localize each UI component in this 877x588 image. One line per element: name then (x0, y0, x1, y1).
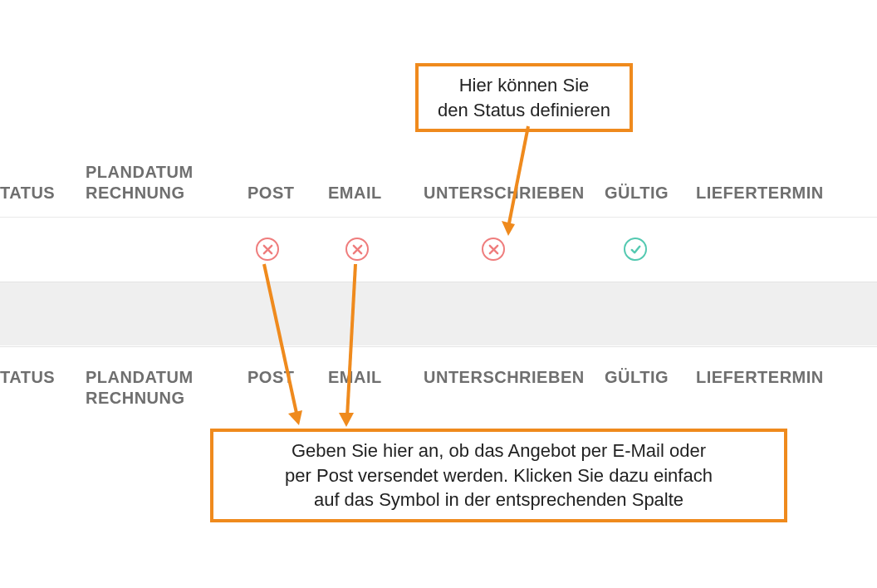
callout-line: Hier können Sie (434, 73, 615, 98)
status-toggle-post[interactable] (256, 238, 279, 261)
column-header-email: EMAIL (328, 183, 411, 203)
arrow-head-icon (339, 413, 354, 427)
column-header-post: POST (247, 183, 314, 203)
arrow-line (508, 126, 528, 228)
callout-line: den Status definieren (434, 98, 615, 123)
annotated-table-screenshot: Hier können Sie den Status definieren TA… (0, 0, 877, 588)
callout-line: per Post versendet werden. Klicken Sie d… (228, 463, 769, 488)
callout-post-email-instruction: Geben Sie hier an, ob das Angebot per E-… (210, 429, 787, 522)
callout-status-define: Hier können Sie den Status definieren (415, 63, 633, 132)
column-header-unterschrieben: UNTERSCHRIEBEN (424, 183, 590, 203)
header-line: RECHNUNG (86, 183, 227, 203)
status-toggle-gueltig[interactable] (624, 238, 647, 261)
callout-line: auf das Symbol in der entsprechenden Spa… (228, 488, 769, 512)
row-divider (0, 346, 877, 347)
column-header-gueltig: GÜLTIG (605, 183, 688, 203)
header-line: RECHNUNG (86, 388, 227, 409)
column-header-post: POST (247, 367, 314, 388)
arrow-head-icon (288, 410, 302, 425)
status-toggle-unterschrieben[interactable] (482, 238, 505, 261)
header-line: PLANDATUM (86, 162, 227, 183)
check-icon (624, 238, 647, 261)
status-toggle-email[interactable] (345, 238, 369, 261)
column-header-email: EMAIL (328, 367, 411, 388)
column-header-plandatum: PLANDATUM RECHNUNG (86, 367, 227, 409)
x-icon (256, 238, 279, 261)
column-header-gueltig: GÜLTIG (605, 367, 688, 388)
column-header-status: TATUS (0, 367, 79, 388)
arrow-head-icon (502, 221, 515, 236)
row-divider (0, 217, 877, 218)
x-icon (345, 238, 369, 261)
callout-line: Geben Sie hier an, ob das Angebot per E-… (228, 439, 769, 463)
column-header-status: TATUS (0, 183, 79, 203)
column-header-unterschrieben: UNTERSCHRIEBEN (424, 367, 590, 388)
header-line: PLANDATUM (86, 367, 227, 388)
column-header-liefertermin: LIEFERTERMIN (696, 183, 877, 203)
column-header-liefertermin: LIEFERTERMIN (696, 367, 877, 388)
x-icon (482, 238, 505, 261)
column-header-plandatum: PLANDATUM RECHNUNG (86, 162, 227, 203)
table-section-separator (0, 282, 877, 345)
